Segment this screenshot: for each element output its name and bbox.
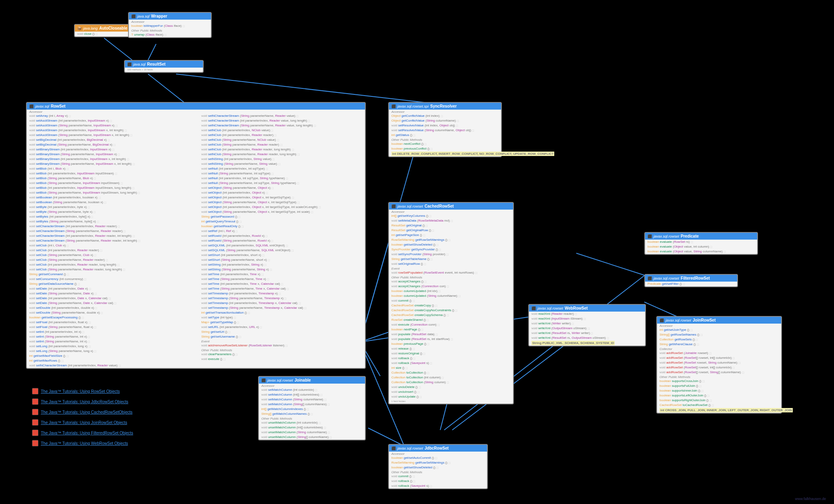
method-row[interactable]: void setSyncProvider (String provider) ⬚: [389, 252, 513, 257]
method-row[interactable]: String[] getRowSetNames () ⬚: [657, 332, 781, 337]
method-row[interactable]: Object getConflictValue (String columnNa…: [389, 118, 501, 123]
method-row[interactable]: boolean supportsRightOuterJoin () ⬚: [657, 398, 781, 403]
method-row[interactable]: boolean previousConflict () ⬚: [389, 146, 501, 151]
method-row[interactable]: String get/setCommand () ⬚: [27, 272, 199, 277]
method-row[interactable]: void setNCharacterStream (String paramet…: [199, 114, 365, 118]
method-row[interactable]: Map> get/setTypeMap () ⬚: [199, 320, 365, 325]
method-row[interactable]: void setClob (String parameterName, Read…: [27, 258, 199, 262]
method-row[interactable]: void acceptChanges (Connection con) ⬚: [389, 284, 513, 289]
method-row[interactable]: void setBinaryStream (String parameterNa…: [27, 152, 199, 157]
method-row[interactable]: void setObject (int parameterIndex, Obje…: [199, 190, 365, 195]
method-row[interactable]: int[] getMatchColumnIndexes () ⬚: [259, 407, 365, 412]
method-row[interactable]: void writeXml (ResultSet rs, Writer writ…: [529, 331, 645, 336]
method-row[interactable]: void setSQLXML (String parameterName, SQ…: [199, 248, 365, 253]
method-row[interactable]: void setBlob (int parameterIndex, InputS…: [27, 171, 199, 176]
method-row[interactable]: void setDouble (String parameterName, do…: [27, 310, 199, 315]
method-row[interactable]: void setURL (int parameterIndex, URL x) …: [199, 325, 365, 330]
tutorial-row[interactable]: The Java™ Tutorials: Using RowSet Object…: [32, 388, 133, 394]
method-row[interactable]: boolean get/setShowDeleted () ⬚: [389, 465, 487, 470]
method-row[interactable]: String get/setUrl () ⬚: [199, 330, 365, 334]
class-cachedrowset[interactable]: ⬛javax.sql.rowset CachedRowSet Accessori…: [388, 202, 514, 404]
method-row[interactable]: void setBlob (String parameterName, Inpu…: [27, 190, 199, 195]
method-row[interactable]: void setBinaryStream (int parameterIndex…: [27, 147, 199, 152]
class-filteredrowset[interactable]: ⬛javax.sql.rowset FilteredRowSet Predica…: [644, 274, 738, 287]
method-row[interactable]: void setByte (int parameterIndex, byte x…: [27, 205, 199, 210]
method-row[interactable]: void setBlob (String parameterName, Inpu…: [27, 181, 199, 186]
method-row[interactable]: boolean evaluate (RowSet rs) ⬚: [645, 240, 757, 244]
method-row[interactable]: Object getConflictValue (int index) ⬚: [389, 114, 501, 118]
method-row[interactable]: void setObject (String parameterName, Ob…: [199, 186, 365, 190]
method-row[interactable]: void rowSetPopulated (RowSetEvent event,…: [389, 270, 513, 275]
method-row[interactable]: void writeXml (ResultSet rs, OutputStrea…: [529, 336, 645, 340]
method-row[interactable]: void setBytes (int parameterIndex, byte[…: [27, 214, 199, 219]
method-row[interactable]: void clearParameters () ⬚: [199, 352, 365, 357]
class-joinrowset[interactable]: ⬛javax.sql.rowset JoinRowSet Accessorint…: [656, 316, 782, 414]
method-row[interactable]: void setRef (int i, Ref x) ⬚: [199, 229, 365, 234]
method-row[interactable]: void setClob (int parameterIndex, Reader…: [27, 262, 199, 267]
tutorial-link[interactable]: The Java™ Tutorials: Using WebRowSet Obj…: [41, 441, 128, 446]
method-row[interactable]: void undoDelete () ⬚: [389, 385, 513, 390]
method-row[interactable]: void writeXml (OutputStream oStream) ⬚: [529, 326, 645, 331]
method-row[interactable]: boolean get/setAutoCommit () ⬚: [389, 456, 487, 460]
method-row[interactable]: void setArray (int i, Array x) ⬚: [27, 114, 199, 118]
class-syncresolver[interactable]: ⬛javax.sql.rowset.spi SyncResolver Acces…: [388, 102, 502, 157]
method-row[interactable]: void setBoolean (String parameterName, b…: [27, 200, 199, 205]
method-row[interactable]: void setShort (int parameterIndex, short…: [199, 253, 365, 258]
method-row[interactable]: boolean supportsInnerJoin () ⬚: [657, 388, 781, 393]
method-row[interactable]: boolean get/setEscapeProcessing () ⬚: [27, 315, 199, 320]
class-resultset[interactable]: ⬛java.sql ResultSet 193 methods + 10 fie…: [124, 60, 204, 73]
method-row[interactable]: void setDate (int parameterIndex, Date x…: [27, 296, 199, 301]
method-row[interactable]: boolean get/setReadOnly () ⬚: [199, 224, 365, 229]
method-row[interactable]: boolean columnUpdated (int idx) ⬚: [389, 289, 513, 294]
method-row[interactable]: void setString (int parameterIndex, Stri…: [199, 262, 365, 267]
method-row[interactable]: Collection toCollection (int column) ⬚: [389, 375, 513, 380]
method-row[interactable]: void setClob (int i, Clob x) ⬚: [27, 243, 199, 248]
method-row[interactable]: void setCharacterStream (String paramete…: [27, 229, 199, 234]
class-wrapper[interactable]: ⬛java.sql Wrapper Accessor boolean isWra…: [128, 12, 212, 38]
method-row[interactable]: void setAsciiStream (String parameterNam…: [27, 133, 199, 138]
method-row[interactable]: void addRowSet (RowSet[] rowset, int[] c…: [657, 365, 781, 370]
method-row[interactable]: void setInt (String parameterName, int x…: [27, 334, 199, 339]
method-row[interactable]: void setOriginalRow () ⬚: [389, 262, 513, 266]
method-row[interactable]: int get/setQueryTimeout () ⬚: [199, 219, 365, 224]
method-row[interactable]: RowSetWarning getRowSetWarnings () ⬚: [389, 238, 513, 242]
method-row[interactable]: void undoInsert () ⬚: [389, 390, 513, 394]
method-row[interactable]: void setMatchColumn (String[] columnName…: [259, 402, 365, 407]
method-row[interactable]: void setNull (String parameterName, int …: [199, 171, 365, 176]
method-row[interactable]: void commit () ⬚: [389, 474, 487, 479]
method-row[interactable]: Collection toCollection () ⬚: [389, 370, 513, 375]
method-row[interactable]: void commit () ⬚: [389, 298, 513, 303]
method-row[interactable]: void setCharacterStream (int parameterIn…: [27, 234, 199, 238]
method-row[interactable]: int get/setMaxFieldSize () ⬚: [27, 354, 199, 358]
method-row[interactable]: void unsetMatchColumn (int[] columnIdxes…: [259, 425, 365, 430]
method-row[interactable]: CachedRowSet createCopySchema () ⬚: [389, 313, 513, 318]
class-joinable[interactable]: ⬛javax.sql.rowset Joinable Accessorvoid …: [258, 376, 366, 440]
method-row[interactable]: void setClob (int parameterIndex, Reader…: [27, 248, 199, 253]
method-row[interactable]: void setTimestamp (int parameterIndex, T…: [199, 301, 365, 306]
method-row[interactable]: void setNCharacterStream (String paramet…: [199, 123, 365, 128]
tutorial-link[interactable]: The Java™ Tutorials: Using JdbcRowSet Ob…: [41, 400, 128, 404]
method-row[interactable]: void setResolvedValue (String columnName…: [389, 128, 501, 133]
method-row[interactable]: void setNString (String parameterName, S…: [199, 162, 365, 166]
method-row[interactable]: RowSetWarning getRowSetWarnings () ⬚: [389, 460, 487, 465]
method-row[interactable]: void rollback () ⬚: [389, 479, 487, 484]
method-row[interactable]: int getStatus () ⬚: [389, 133, 501, 138]
class-rowset[interactable]: ⬛javax.sql RowSet Accessor void setArray…: [26, 102, 366, 369]
method-row[interactable]: void setDate (int parameterIndex, Date x…: [27, 286, 199, 291]
method-row[interactable]: void setFloat (int parameterIndex, float…: [27, 320, 199, 325]
method-row[interactable]: int get/setTransactionIsolation () ⬚: [199, 310, 365, 315]
method-row[interactable]: String get/setDataSourceName () ⬚: [27, 282, 199, 286]
method-row[interactable]: RowSet createShared () ⬚: [389, 318, 513, 322]
method-row[interactable]: void setTime (String parameterName, Time…: [199, 277, 365, 282]
tutorial-row[interactable]: The Java™ Tutorials: Using CachedRowSetO…: [32, 409, 133, 415]
method-row[interactable]: int get/setPageSize () ⬚: [389, 233, 513, 238]
method-row[interactable]: void setNClob (String parameterName, Rea…: [199, 152, 365, 157]
method-row[interactable]: Collection toCollection (String column) …: [389, 380, 513, 385]
tutorial-row[interactable]: The Java™ Tutorials: Using JoinRowSet Ob…: [32, 419, 133, 426]
method-row[interactable]: boolean get/setShowDeleted () ⬚: [389, 242, 513, 247]
method-row[interactable]: void setTime (int parameterIndex, Time x…: [199, 272, 365, 277]
method-row[interactable]: void setNull (String parameterName, int …: [199, 181, 365, 186]
method-row[interactable]: Collection getRowSets () ⬚: [657, 337, 781, 342]
tutorial-link[interactable]: The Java™ Tutorials: Using RowSet Object…: [41, 389, 120, 394]
method-row[interactable]: void setLong (int parameterIndex, long x…: [27, 344, 199, 349]
